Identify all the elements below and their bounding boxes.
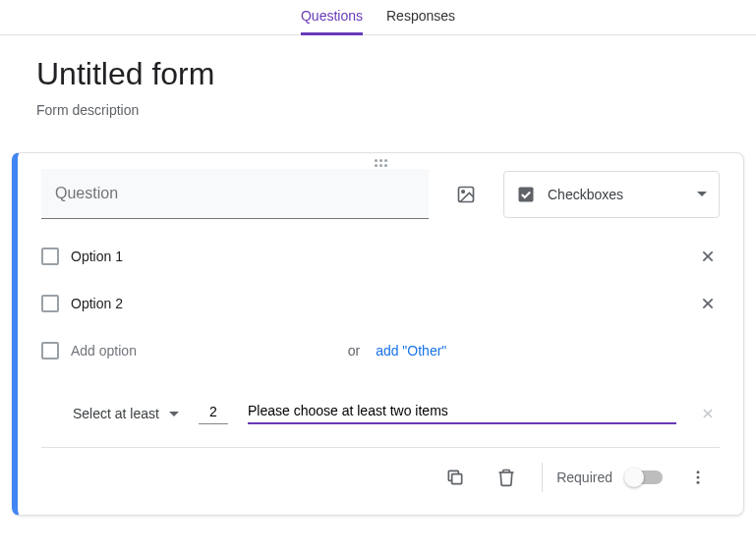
add-other-button[interactable]: add "Other" (376, 343, 446, 359)
svg-rect-2 (519, 187, 534, 201)
form-description: Form description (36, 102, 720, 118)
copy-icon (445, 468, 465, 487)
close-icon (700, 296, 716, 311)
trash-icon (496, 468, 516, 487)
add-image-button[interactable] (448, 177, 484, 212)
svg-point-11 (697, 476, 700, 479)
add-option-button[interactable]: Add option (71, 343, 332, 359)
question-type-select[interactable]: Checkboxes (503, 171, 720, 218)
question-card: Checkboxes Option 1 Option 2 Add option … (12, 152, 744, 516)
validation-message-input[interactable] (248, 403, 676, 424)
option-row: Option 1 (41, 233, 720, 280)
top-tabs: Questions Responses (0, 0, 756, 35)
svg-point-1 (462, 190, 465, 193)
validation-rule-label: Select at least (73, 406, 159, 421)
checkbox-preview-icon (41, 295, 59, 312)
checkbox-preview-icon (41, 342, 59, 359)
duplicate-button[interactable] (434, 456, 477, 499)
validation-row: Select at least (73, 402, 720, 425)
more-options-button[interactable] (676, 456, 720, 499)
chevron-down-icon (697, 192, 707, 196)
svg-point-12 (697, 481, 700, 484)
remove-validation-button[interactable] (696, 402, 720, 425)
required-label: Required (556, 470, 612, 485)
option-label[interactable]: Option 1 (71, 249, 684, 264)
svg-point-10 (697, 470, 700, 473)
tab-responses[interactable]: Responses (386, 0, 455, 35)
close-icon (700, 249, 716, 264)
checkbox-preview-icon (41, 248, 59, 265)
close-icon (701, 407, 715, 420)
required-toggle[interactable] (626, 470, 663, 484)
option-row: Option 2 (41, 280, 720, 327)
delete-button[interactable] (485, 456, 528, 499)
drag-handle-icon[interactable] (41, 153, 720, 169)
remove-option-button[interactable] (696, 245, 720, 268)
svg-rect-9 (452, 474, 462, 484)
question-type-label: Checkboxes (548, 187, 685, 202)
remove-option-button[interactable] (696, 292, 720, 315)
checkbox-checked-icon (516, 185, 536, 204)
vertical-divider (542, 463, 543, 492)
validation-rule-select[interactable]: Select at least (73, 406, 179, 421)
question-footer: Required (41, 452, 720, 503)
options-list: Option 1 Option 2 Add option or add "Oth… (41, 233, 720, 374)
add-option-row: Add option or add "Other" (41, 327, 720, 374)
validation-number-input[interactable] (199, 404, 228, 424)
form-header-card[interactable]: Untitled form Form description (12, 35, 744, 140)
image-icon (456, 185, 476, 204)
form-title: Untitled form (36, 56, 720, 92)
chevron-down-icon (169, 412, 179, 416)
footer-divider (41, 447, 720, 448)
tab-questions[interactable]: Questions (301, 0, 363, 35)
or-text: or (348, 343, 360, 359)
option-label[interactable]: Option 2 (71, 296, 684, 311)
question-input[interactable] (41, 169, 429, 219)
more-vert-icon (689, 469, 707, 486)
